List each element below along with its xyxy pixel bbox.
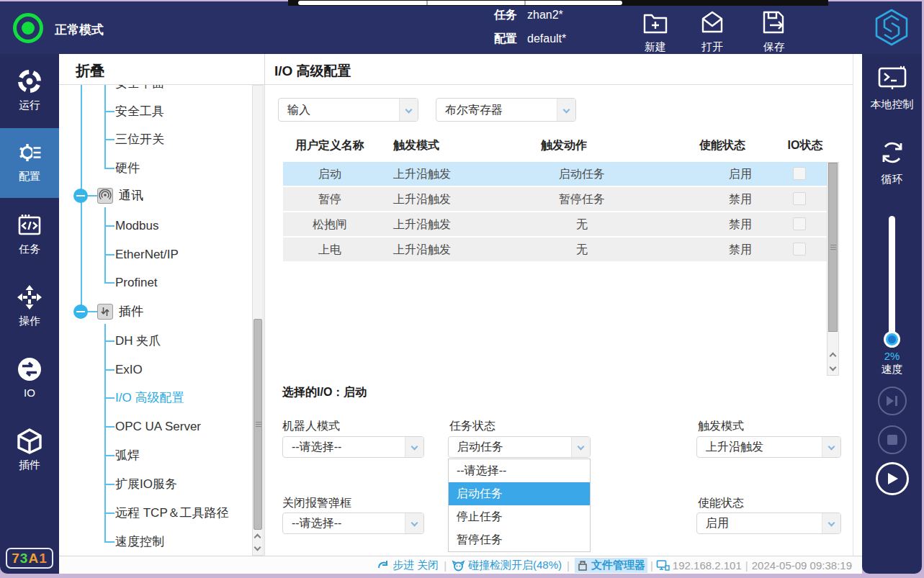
chevron-down-icon — [822, 513, 840, 533]
tree-item-arc-welding[interactable]: 弧焊 — [115, 447, 140, 464]
menu-option[interactable]: --请选择-- — [449, 459, 590, 482]
tree-item-io-advanced-config[interactable]: I/O 高级配置 — [115, 389, 184, 407]
mode-label: 正常模式 — [55, 22, 104, 38]
tree-item-three-position-switch[interactable]: 三位开关 — [115, 131, 164, 148]
close-alarm-dropdown[interactable]: --请选择-- — [282, 512, 424, 534]
main-panel: I/O 高级配置 输入 布尔寄存器 用户定义名称 触发模式 触发动作 使能状态 … — [265, 54, 853, 556]
scroll-down-icon[interactable] — [254, 544, 261, 551]
table-row[interactable]: 暂停 上升沿触发 暂停任务 禁用 — [283, 187, 827, 211]
col-header-io-state: IO状态 — [756, 133, 854, 158]
nav-task[interactable]: 任务 — [0, 201, 59, 271]
chevron-down-icon — [399, 99, 418, 121]
tree-item-safety-plane[interactable]: 安全平面 — [115, 85, 164, 92]
menu-option[interactable]: 停止任务 — [449, 505, 590, 528]
tree-item-safety-tool[interactable]: 安全工具 — [115, 103, 164, 120]
config-icon — [17, 140, 42, 166]
stop-button[interactable] — [878, 425, 907, 454]
io-state-checkbox[interactable] — [793, 167, 806, 180]
collapse-node-icon[interactable] — [73, 189, 88, 203]
speed-slider-handle[interactable] — [884, 331, 900, 348]
step-forward-button[interactable] — [878, 387, 907, 415]
new-file-icon — [642, 9, 669, 35]
enable-state-dropdown[interactable]: 启用 — [696, 512, 841, 534]
local-control-icon — [877, 66, 907, 93]
config-row: 配置default* — [494, 32, 566, 47]
config-tree-panel: 折叠 安全平面 安全工具 三位开关 硬件 通讯 — [59, 54, 265, 556]
plugin-node-icon — [97, 304, 113, 320]
table-scrollbar[interactable] — [827, 162, 839, 376]
chevron-down-icon — [405, 513, 423, 533]
tree-item-ethernet-ip[interactable]: EtherNet/IP — [115, 246, 179, 263]
chevron-down-icon — [405, 437, 423, 457]
scroll-up-icon[interactable] — [254, 534, 261, 541]
new-button[interactable]: 新建 — [632, 9, 678, 54]
save-button[interactable]: 保存 — [751, 9, 797, 54]
io-state-checkbox[interactable] — [793, 243, 806, 256]
recorder-progress — [298, 1, 622, 5]
network-icon — [656, 559, 670, 572]
nav-io[interactable]: IO — [0, 345, 59, 415]
loop-button[interactable]: 循环 — [862, 137, 922, 186]
task-state-dropdown[interactable]: 启动任务 — [448, 436, 591, 458]
tree-scrollbar-thumb[interactable] — [254, 319, 262, 530]
right-control-panel: 本地控制 循环 2% 速度 — [862, 54, 922, 574]
tree-item-speed-control[interactable]: 速度控制 — [115, 533, 164, 551]
speed-slider-track[interactable] — [889, 216, 895, 340]
tree-item-communication[interactable]: 通讯 — [119, 186, 143, 205]
task-icon — [17, 212, 42, 238]
config-label: 配置 — [494, 32, 517, 45]
tree-item-modbus[interactable]: Modbus — [115, 217, 158, 235]
tree-item-opc-ua-server[interactable]: OPC UA Server — [115, 418, 201, 435]
io-type-dropdown[interactable]: 输入 — [278, 98, 418, 122]
nav-operate[interactable]: 操作 — [0, 273, 59, 343]
table-row[interactable]: 启动 上升沿触发 启动任务 启用 — [283, 162, 827, 186]
robot-mode-dropdown[interactable]: --请选择-- — [282, 436, 424, 458]
table-row[interactable]: 上电 上升沿触发 无 禁用 — [283, 238, 827, 261]
local-control-button[interactable]: 本地控制 — [862, 66, 922, 112]
robot-status-indicator — [13, 13, 43, 43]
tree-item-profinet[interactable]: Profinet — [115, 274, 158, 292]
task-state-menu: --请选择-- 启动任务 停止任务 暂停任务 — [448, 459, 591, 552]
tree-scrollbar[interactable] — [252, 85, 264, 556]
play-button[interactable] — [876, 462, 909, 495]
open-button[interactable]: 打开 — [689, 9, 735, 54]
skip-icon — [885, 395, 900, 407]
collision-status[interactable]: 碰撞检测开启(48%) — [452, 559, 562, 572]
plugin-icon — [17, 428, 42, 454]
table-scrollbar-thumb[interactable] — [828, 163, 838, 332]
tree-item-dh-gripper[interactable]: DH 夹爪 — [115, 333, 161, 350]
col-header-name: 用户定义名称 — [283, 133, 377, 158]
io-state-checkbox[interactable] — [793, 217, 806, 230]
config-value: default* — [527, 32, 566, 45]
tree-item-exio[interactable]: ExIO — [115, 361, 143, 379]
task-row: 任务zhan2* — [494, 8, 563, 23]
datetime: 2024-05-09 09:38:19 — [752, 559, 852, 572]
scroll-up-icon[interactable] — [830, 353, 837, 360]
step-status[interactable]: 步进 关闭 — [377, 559, 439, 572]
col-header-trigger-action: 触发动作 — [492, 133, 636, 158]
collapse-node-icon[interactable] — [73, 304, 88, 319]
comm-node-icon — [97, 188, 113, 204]
table-row[interactable]: 松抱闸 上升沿触发 无 禁用 — [283, 212, 827, 236]
register-type-dropdown[interactable]: 布尔寄存器 — [436, 98, 576, 122]
trigger-mode-dropdown[interactable]: 上升沿触发 — [696, 436, 841, 458]
io-state-checkbox[interactable] — [793, 192, 806, 205]
file-manager-button[interactable]: 文件管理器 — [575, 558, 647, 573]
nav-plugin[interactable]: 插件 — [0, 417, 59, 487]
speed-value: 2% — [862, 350, 922, 362]
tree-item-plugins[interactable]: 插件 — [119, 302, 143, 321]
chevron-down-icon — [571, 437, 590, 457]
tree-item-remote-tcp[interactable]: 远程 TCP＆工具路径 — [115, 505, 229, 522]
speed-label: 速度 — [862, 363, 922, 376]
tree-item-extended-io[interactable]: 扩展IO服务 — [115, 476, 177, 493]
scroll-down-icon[interactable] — [830, 364, 837, 371]
network-status: 192.168.2.101 — [656, 559, 742, 572]
collapse-button[interactable]: 折叠 — [76, 61, 104, 81]
io-icon — [17, 356, 42, 382]
nav-config[interactable]: 配置 — [0, 128, 59, 198]
tree-item-hardware[interactable]: 硬件 — [115, 160, 140, 177]
stop-icon — [887, 435, 897, 445]
nav-run[interactable]: 运行 — [0, 57, 59, 127]
menu-option[interactable]: 暂停任务 — [449, 528, 590, 551]
menu-option-highlighted[interactable]: 启动任务 — [449, 482, 590, 505]
